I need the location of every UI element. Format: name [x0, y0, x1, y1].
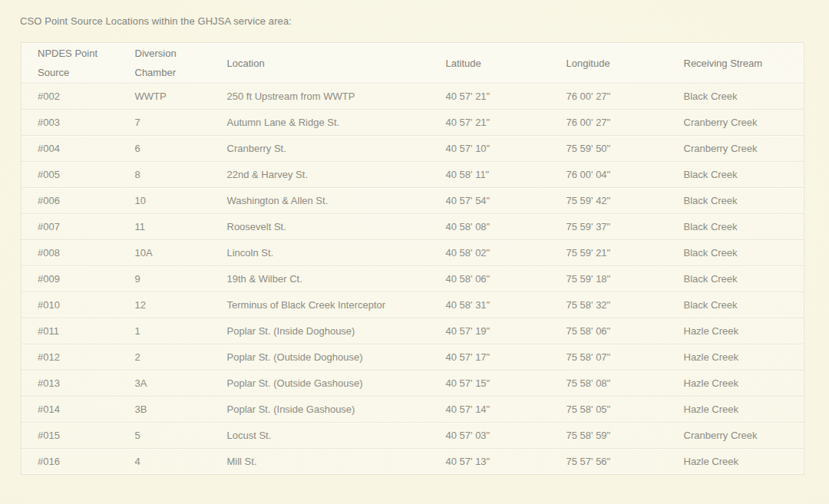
- cell-location: Mill St.: [211, 449, 430, 475]
- cell-location: 19th & Wilber Ct.: [211, 266, 430, 292]
- cell-receiving-stream: Hazle Creek: [668, 318, 804, 344]
- cell-diversion-chamber: 7: [119, 110, 211, 136]
- cell-diversion-chamber: 10A: [119, 240, 211, 266]
- cell-receiving-stream: Hazle Creek: [668, 397, 804, 423]
- cell-longitude: 75 59' 18": [550, 266, 668, 292]
- cell-latitude: 40 57' 15": [430, 371, 550, 397]
- cell-latitude: 40 58' 31": [430, 292, 550, 318]
- cell-location: 250 ft Upstream from WWTP: [211, 84, 430, 110]
- cell-diversion-chamber: 12: [119, 292, 211, 318]
- cell-diversion-chamber: 11: [119, 214, 211, 240]
- cell-npdes-point-source: #014: [21, 397, 119, 423]
- cell-diversion-chamber: 10: [119, 188, 211, 214]
- cell-receiving-stream: Black Creek: [668, 266, 804, 292]
- cell-npdes-point-source: #008: [21, 240, 119, 266]
- table-row: #006 10 Washington & Allen St. 40 57' 54…: [21, 188, 804, 214]
- column-header-receiving-stream: Receiving Stream: [668, 43, 804, 84]
- column-header-longitude: Longitude: [550, 43, 668, 84]
- cell-latitude: 40 58' 02": [430, 240, 550, 266]
- cell-npdes-point-source: #013: [21, 371, 119, 397]
- cell-location: Poplar St. (Inside Gashouse): [211, 397, 430, 423]
- cso-locations-table: NPDES Point Source Diversion Chamber Loc…: [21, 42, 804, 475]
- column-header-latitude: Latitude: [430, 43, 550, 84]
- cell-longitude: 75 59' 21": [550, 240, 668, 266]
- cell-longitude: 75 58' 06": [550, 318, 668, 344]
- cell-longitude: 75 58' 05": [550, 397, 668, 423]
- table-row: #013 3A Poplar St. (Outside Gashouse) 40…: [21, 371, 804, 397]
- table-row: #009 9 19th & Wilber Ct. 40 58' 06" 75 5…: [21, 266, 804, 292]
- cell-latitude: 40 57' 19": [430, 318, 550, 344]
- cell-receiving-stream: Hazle Creek: [668, 344, 804, 371]
- cell-location: Roosevelt St.: [211, 214, 430, 240]
- cell-diversion-chamber: 8: [119, 162, 211, 188]
- table-row: #011 1 Poplar St. (Inside Doghouse) 40 5…: [21, 318, 804, 344]
- cell-npdes-point-source: #015: [21, 423, 119, 449]
- cell-longitude: 75 59' 42": [550, 188, 668, 214]
- cell-npdes-point-source: #007: [21, 214, 119, 240]
- cell-longitude: 76 00' 27": [550, 84, 668, 110]
- cell-receiving-stream: Black Creek: [668, 84, 804, 110]
- page-title: CSO Point Source Locations within the GH…: [20, 15, 829, 28]
- cell-diversion-chamber: 3A: [119, 371, 211, 397]
- cell-latitude: 40 57' 13": [430, 449, 550, 475]
- cell-diversion-chamber: 6: [119, 136, 211, 162]
- cell-longitude: 75 58' 59": [550, 423, 668, 449]
- table-row: #015 5 Locust St. 40 57' 03" 75 58' 59" …: [21, 423, 804, 449]
- cell-latitude: 40 58' 08": [430, 214, 550, 240]
- cell-location: Poplar St. (Inside Doghouse): [211, 318, 430, 344]
- cell-longitude: 76 00' 04": [550, 162, 668, 188]
- cell-receiving-stream: Cranberry Creek: [668, 136, 804, 162]
- cell-location: Poplar St. (Outside Gashouse): [211, 371, 430, 397]
- cell-npdes-point-source: #009: [21, 266, 119, 292]
- cell-npdes-point-source: #002: [21, 84, 119, 110]
- table-row: #003 7 Autumn Lane & Ridge St. 40 57' 21…: [21, 110, 804, 136]
- cell-diversion-chamber: 1: [119, 318, 211, 344]
- cell-npdes-point-source: #003: [21, 110, 119, 136]
- cell-receiving-stream: Black Creek: [668, 292, 804, 318]
- cell-diversion-chamber: 3B: [119, 397, 211, 423]
- table-row: #014 3B Poplar St. (Inside Gashouse) 40 …: [21, 397, 804, 423]
- table-row: #004 6 Cranberry St. 40 57' 10" 75 59' 5…: [21, 136, 804, 162]
- cell-npdes-point-source: #010: [21, 292, 119, 318]
- table-row: #016 4 Mill St. 40 57' 13" 75 57' 56" Ha…: [21, 449, 804, 475]
- cell-receiving-stream: Black Creek: [668, 240, 804, 266]
- cell-longitude: 75 58' 32": [550, 292, 668, 318]
- cell-latitude: 40 57' 14": [430, 397, 550, 423]
- table-header: NPDES Point Source Diversion Chamber Loc…: [21, 43, 804, 84]
- cell-location: Cranberry St.: [211, 136, 430, 162]
- cell-latitude: 40 57' 21": [430, 110, 550, 136]
- cell-diversion-chamber: 2: [119, 344, 211, 371]
- cell-diversion-chamber: 9: [119, 266, 211, 292]
- cell-npdes-point-source: #006: [21, 188, 119, 214]
- cell-receiving-stream: Cranberry Creek: [668, 110, 804, 136]
- cell-location: 22nd & Harvey St.: [211, 162, 430, 188]
- cell-diversion-chamber: WWTP: [119, 84, 211, 110]
- cell-latitude: 40 57' 21": [430, 84, 550, 110]
- cell-location: Locust St.: [211, 423, 430, 449]
- cell-receiving-stream: Black Creek: [668, 188, 804, 214]
- cell-location: Poplar St. (Outside Doghouse): [211, 344, 430, 371]
- cell-receiving-stream: Hazle Creek: [668, 449, 804, 475]
- cell-longitude: 75 59' 50": [550, 136, 668, 162]
- cell-longitude: 75 57' 56": [550, 449, 668, 475]
- cell-latitude: 40 57' 10": [430, 136, 550, 162]
- cell-latitude: 40 58' 06": [430, 266, 550, 292]
- cell-npdes-point-source: #005: [21, 162, 119, 188]
- cell-receiving-stream: Black Creek: [668, 214, 804, 240]
- cell-longitude: 75 58' 07": [550, 344, 668, 371]
- cell-longitude: 76 00' 27": [550, 110, 668, 136]
- cell-location: Autumn Lane & Ridge St.: [211, 110, 430, 136]
- cell-latitude: 40 58' 11": [430, 162, 550, 188]
- cell-latitude: 40 57' 03": [430, 423, 550, 449]
- cell-receiving-stream: Cranberry Creek: [668, 423, 804, 449]
- cell-npdes-point-source: #016: [21, 449, 119, 475]
- column-header-diversion-chamber: Diversion Chamber: [119, 43, 211, 84]
- cell-npdes-point-source: #004: [21, 136, 119, 162]
- table-row: #010 12 Terminus of Black Creek Intercep…: [21, 292, 804, 318]
- cell-latitude: 40 57' 17": [430, 344, 550, 371]
- cell-location: Washington & Allen St.: [211, 188, 430, 214]
- table-body: #002 WWTP 250 ft Upstream from WWTP 40 5…: [21, 84, 804, 475]
- cell-location: Lincoln St.: [211, 240, 430, 266]
- cell-npdes-point-source: #011: [21, 318, 119, 344]
- table-row: #002 WWTP 250 ft Upstream from WWTP 40 5…: [21, 84, 804, 110]
